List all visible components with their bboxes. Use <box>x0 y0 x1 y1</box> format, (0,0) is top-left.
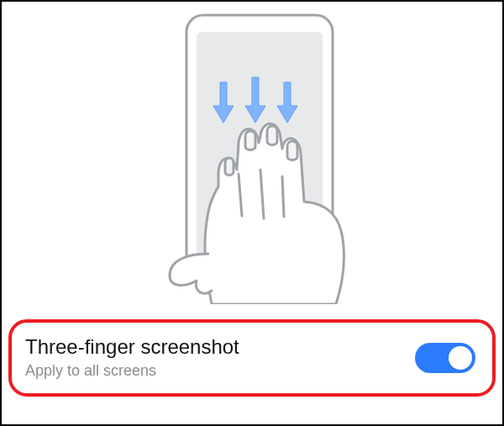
setting-row-highlight: Three-finger screenshot Apply to all scr… <box>8 319 496 397</box>
setting-subtitle: Apply to all screens <box>25 361 415 381</box>
gesture-illustration <box>2 2 504 313</box>
swipe-down-arrows-icon <box>213 77 297 123</box>
setting-text-block: Three-finger screenshot Apply to all scr… <box>25 335 415 381</box>
setting-title: Three-finger screenshot <box>25 335 415 360</box>
phone-hand-illustration-svg <box>77 2 430 304</box>
toggle-knob <box>449 346 472 370</box>
screenshot-frame: Three-finger screenshot Apply to all scr… <box>0 0 504 426</box>
three-finger-screenshot-toggle[interactable] <box>415 343 475 373</box>
